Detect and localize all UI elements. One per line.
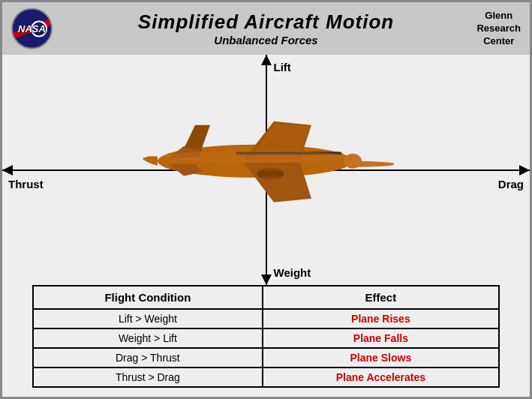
col-flight-condition: Flight Condition [33,286,263,309]
title-block: Simplified Aircraft Motion Unbalanced Fo… [138,10,394,46]
title-sub: Unbalanced Forces [138,34,394,46]
nasa-logo: NASA [11,8,53,50]
lift-label: Lift [274,61,291,74]
glenn-block: GlennResearchCenter [476,10,521,48]
condition-cell: Drag > Thrust [33,348,263,368]
app-container: NASA Simplified Aircraft Motion Unbalanc… [0,0,532,399]
weight-label: Weight [274,266,311,279]
table-row: Drag > ThrustPlane Slows [33,348,499,368]
drag-label: Drag [498,178,524,190]
header: NASA Simplified Aircraft Motion Unbalanc… [2,2,530,55]
effect-cell: Plane Slows [263,348,499,368]
title-main: Simplified Aircraft Motion [138,10,394,34]
svg-rect-3 [257,170,284,176]
table-row: Thrust > DragPlane Accelerates [33,368,499,387]
effect-cell: Plane Falls [263,328,499,348]
effect-cell: Plane Accelerates [263,368,499,387]
condition-cell: Lift > Weight [33,309,263,328]
table-row: Weight > LiftPlane Falls [33,328,499,348]
force-diagram: Thrust Drag Lift Weight [2,55,530,285]
conditions-table: Flight Condition Effect Lift > WeightPla… [32,285,500,388]
table-area: Flight Condition Effect Lift > WeightPla… [2,285,530,397]
svg-point-4 [161,150,349,162]
table-row: Lift > WeightPlane Rises [33,309,499,328]
condition-cell: Weight > Lift [33,328,263,348]
airplane-illustration [139,117,394,214]
col-effect: Effect [263,286,499,309]
svg-point-5 [344,153,362,168]
effect-cell: Plane Rises [263,309,499,328]
thrust-label: Thrust [8,178,44,190]
condition-cell: Thrust > Drag [33,368,263,387]
